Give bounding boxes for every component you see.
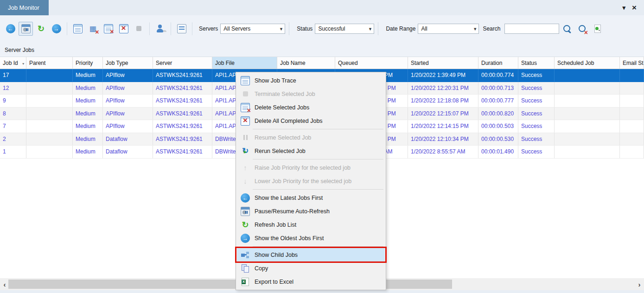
menu-separator bbox=[237, 245, 385, 248]
cell-priority: Medium bbox=[73, 95, 103, 107]
delete-completed-icon bbox=[241, 116, 250, 126]
cell-started: 1/20/2022 12:18:08 PM bbox=[408, 95, 478, 107]
scroll-right-icon[interactable] bbox=[636, 278, 643, 290]
cell-job-id: 9 bbox=[0, 95, 26, 107]
close-icon[interactable] bbox=[632, 4, 637, 12]
cell-job-id: 7 bbox=[0, 120, 26, 133]
column-header[interactable]: Priority bbox=[73, 57, 103, 69]
cell-duration: 00:00:00.820 bbox=[478, 108, 518, 120]
column-header[interactable]: Job Type bbox=[103, 57, 153, 69]
cell-status: Success bbox=[518, 120, 555, 133]
cell-priority: Medium bbox=[73, 146, 103, 158]
cell-job-id: 1 bbox=[0, 146, 26, 158]
cell-job-id: 8 bbox=[0, 108, 26, 120]
cell-server: ASTWKS241:9261 bbox=[153, 120, 212, 133]
context-menu-item: Terminate Selected Job bbox=[237, 87, 385, 101]
context-menu-item[interactable]: Show Job Trace bbox=[237, 74, 385, 87]
window-controls bbox=[623, 0, 644, 15]
context-menu-item[interactable]: Refresh Job List bbox=[237, 218, 385, 231]
toolbar-button[interactable] bbox=[101, 22, 115, 36]
column-header[interactable]: Server bbox=[153, 57, 212, 69]
context-menu-item[interactable]: Show the Latest Jobs First bbox=[237, 191, 385, 204]
context-menu-item[interactable]: Delete Selected Jobs bbox=[237, 101, 385, 114]
job-monitor-window: { "tab": { "title": "Job Monitor" }, "se… bbox=[0, 0, 644, 293]
date-range-dropdown-value: All bbox=[421, 25, 427, 32]
toolbar-button[interactable] bbox=[116, 22, 131, 36]
toolbar-button[interactable] bbox=[153, 22, 167, 36]
cell-parent bbox=[26, 108, 73, 120]
search-clear-icon bbox=[578, 24, 587, 33]
section-title: Server Jobs bbox=[5, 47, 34, 53]
toolbar-button[interactable] bbox=[49, 22, 64, 36]
date-range-filter-label: Date Range bbox=[386, 25, 415, 32]
column-header[interactable]: Status bbox=[518, 57, 555, 69]
toolbar-button[interactable] bbox=[560, 22, 574, 36]
column-header[interactable]: Scheduled Job bbox=[555, 57, 620, 69]
cell-priority: Medium bbox=[73, 133, 103, 146]
cell-duration: 00:00:00.503 bbox=[478, 120, 518, 133]
context-menu-item[interactable]: Rerun Selected Job bbox=[237, 144, 385, 158]
scroll-left-icon[interactable] bbox=[1, 278, 8, 290]
context-menu-item[interactable]: Show the Oldest Jobs First bbox=[237, 231, 385, 245]
context-menu-item[interactable]: Pause/Resume Auto-Refresh bbox=[237, 204, 385, 218]
caret-down-icon[interactable] bbox=[623, 5, 626, 11]
toolbar-button bbox=[132, 22, 146, 36]
context-menu-item[interactable]: Export to Excel bbox=[237, 275, 385, 288]
column-header[interactable]: Duration bbox=[478, 57, 518, 69]
job-trace-icon bbox=[73, 24, 83, 33]
oldest-first-icon bbox=[241, 234, 250, 243]
toolbar-button[interactable] bbox=[174, 22, 189, 36]
menu-separator bbox=[149, 22, 150, 35]
toolbar-button[interactable] bbox=[70, 22, 85, 36]
cell-status: Success bbox=[518, 95, 555, 107]
toolbar-button[interactable] bbox=[86, 22, 100, 36]
cell-started: 1/20/2022 12:10:34 PM bbox=[408, 133, 478, 146]
cell-started: 1/20/2022 1:39:49 PM bbox=[408, 69, 478, 82]
cell-job-type: APIflow bbox=[103, 95, 153, 107]
latest-first-icon bbox=[241, 193, 250, 203]
status-dropdown-value: Successful bbox=[318, 25, 345, 32]
menu-separator bbox=[192, 22, 192, 35]
copy-icon bbox=[241, 264, 250, 273]
context-menu-item[interactable]: Delete All Completed Jobs bbox=[237, 114, 385, 127]
cell-parent bbox=[26, 69, 73, 82]
servers-dropdown[interactable]: All Servers bbox=[220, 24, 285, 34]
context-menu-item[interactable]: Copy bbox=[237, 261, 385, 275]
search-icon bbox=[562, 24, 572, 33]
toolbar-button[interactable] bbox=[590, 22, 605, 36]
column-header[interactable]: Started bbox=[408, 57, 478, 69]
cell-priority: Medium bbox=[73, 82, 103, 95]
context-menu-item[interactable]: Show Child Jobs bbox=[237, 248, 385, 261]
menu-separator bbox=[237, 127, 385, 131]
status-dropdown[interactable]: Successful bbox=[315, 24, 374, 34]
delete-jobs-icon bbox=[89, 24, 98, 33]
column-header[interactable]: Job File bbox=[212, 57, 277, 69]
column-header[interactable]: Job Id bbox=[0, 57, 26, 69]
column-header[interactable]: Parent bbox=[26, 57, 73, 69]
cell-status: Success bbox=[518, 82, 555, 95]
caret-down-icon bbox=[474, 25, 477, 32]
oldest-first-icon bbox=[52, 24, 61, 33]
toolbar-button[interactable] bbox=[575, 22, 589, 36]
cell-email-status bbox=[620, 120, 644, 133]
column-header[interactable]: Queued bbox=[335, 57, 408, 69]
cell-job-type: APIflow bbox=[103, 108, 153, 120]
toolbar-button[interactable] bbox=[34, 22, 48, 36]
search-input[interactable] bbox=[504, 24, 559, 34]
date-range-dropdown[interactable]: All bbox=[418, 24, 479, 34]
menu-separator bbox=[237, 158, 385, 161]
tab-job-monitor[interactable]: Job Monitor bbox=[0, 0, 49, 15]
pause-refresh-icon bbox=[241, 207, 250, 216]
caret-down-icon bbox=[369, 25, 372, 32]
column-header[interactable]: Job Name bbox=[277, 57, 335, 69]
cell-job-type: APIflow bbox=[103, 82, 153, 95]
toolbar-button[interactable] bbox=[19, 22, 33, 36]
search-settings-icon bbox=[593, 24, 602, 33]
cell-server: ASTWKS241:9261 bbox=[153, 108, 212, 120]
cell-job-id: 17 bbox=[0, 69, 26, 82]
cell-parent bbox=[26, 133, 73, 146]
cell-duration: 00:00:00.774 bbox=[478, 69, 518, 82]
column-header[interactable]: Email Sta bbox=[620, 57, 644, 69]
user-jobs-icon bbox=[156, 24, 165, 33]
toolbar-button[interactable] bbox=[3, 22, 18, 36]
